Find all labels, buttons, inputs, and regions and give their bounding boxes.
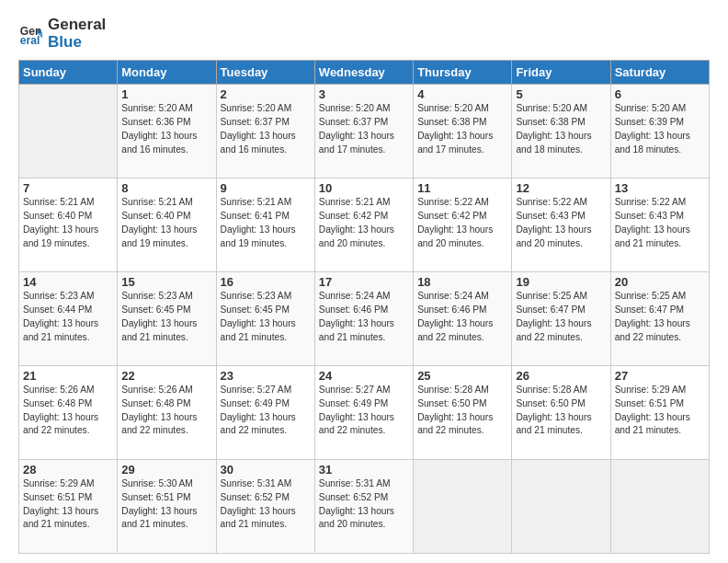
week-row-3: 21Sunrise: 5:26 AMSunset: 6:48 PMDayligh… <box>19 366 710 460</box>
logo-text: General Blue <box>48 17 106 51</box>
day-number: 13 <box>615 181 705 195</box>
day-number: 14 <box>23 275 113 289</box>
day-info-line: Sunset: 6:49 PM <box>221 398 290 408</box>
day-info-line: Sunrise: 5:28 AM <box>417 385 489 395</box>
day-info-line: Sunrise: 5:30 AM <box>121 478 193 488</box>
day-info-line: Sunrise: 5:26 AM <box>121 385 193 395</box>
week-row-0: 1Sunrise: 5:20 AMSunset: 6:36 PMDaylight… <box>19 85 710 178</box>
weekday-sunday: Sunday <box>19 61 118 85</box>
day-cell: 13Sunrise: 5:22 AMSunset: 6:43 PMDayligh… <box>610 178 709 272</box>
day-info-line: Sunrise: 5:21 AM <box>319 197 391 207</box>
day-info-line: Daylight: 13 hours <box>319 506 394 516</box>
day-cell: 12Sunrise: 5:22 AMSunset: 6:43 PMDayligh… <box>512 178 610 272</box>
day-info-line: Daylight: 13 hours <box>516 318 591 328</box>
day-number: 4 <box>417 87 507 101</box>
day-number: 5 <box>516 87 606 101</box>
day-info-line: Daylight: 13 hours <box>121 506 197 516</box>
day-info-line: Sunset: 6:45 PM <box>221 304 290 315</box>
day-info-line: and 20 minutes. <box>516 238 583 248</box>
day-info: Sunrise: 5:20 AMSunset: 6:37 PMDaylight:… <box>221 102 311 156</box>
day-cell <box>19 85 118 178</box>
day-info-line: and 20 minutes. <box>319 519 386 529</box>
day-info-line: Sunset: 6:47 PM <box>615 304 684 315</box>
day-info-line: Sunrise: 5:31 AM <box>319 478 391 488</box>
day-info-line: Sunset: 6:44 PM <box>23 304 92 315</box>
day-cell: 31Sunrise: 5:31 AMSunset: 6:52 PMDayligh… <box>314 460 413 554</box>
day-info-line: Daylight: 13 hours <box>23 224 98 235</box>
day-info-line: Sunset: 6:50 PM <box>417 398 486 408</box>
day-cell: 3Sunrise: 5:20 AMSunset: 6:37 PMDaylight… <box>314 85 413 178</box>
day-number: 1 <box>121 87 211 101</box>
day-cell <box>512 460 610 554</box>
day-info-line: Daylight: 13 hours <box>319 318 394 328</box>
logo: Gen eral General Blue <box>18 17 106 51</box>
day-info-line: Sunset: 6:36 PM <box>121 117 190 127</box>
day-info-line: and 22 minutes. <box>221 425 288 435</box>
day-info-line: Sunset: 6:37 PM <box>319 117 388 127</box>
day-info-line: and 21 minutes. <box>615 238 682 248</box>
day-info: Sunrise: 5:20 AMSunset: 6:38 PMDaylight:… <box>417 102 507 156</box>
day-info-line: Sunset: 6:52 PM <box>319 492 388 502</box>
day-info-line: and 21 minutes. <box>121 519 188 529</box>
day-info-line: and 21 minutes. <box>516 425 583 435</box>
day-info-line: Sunrise: 5:23 AM <box>121 291 193 301</box>
day-number: 21 <box>23 369 113 383</box>
day-cell: 30Sunrise: 5:31 AMSunset: 6:52 PMDayligh… <box>216 460 314 554</box>
day-info: Sunrise: 5:31 AMSunset: 6:52 PMDaylight:… <box>221 477 311 532</box>
day-number: 26 <box>516 369 606 383</box>
day-info-line: Sunrise: 5:21 AM <box>221 197 292 207</box>
svg-text:eral: eral <box>20 34 40 47</box>
day-info-line: Sunrise: 5:23 AM <box>23 291 95 301</box>
day-info: Sunrise: 5:20 AMSunset: 6:36 PMDaylight:… <box>121 102 211 156</box>
day-info: Sunrise: 5:22 AMSunset: 6:43 PMDaylight:… <box>516 196 606 250</box>
calendar-body: 1Sunrise: 5:20 AMSunset: 6:36 PMDaylight… <box>19 85 710 554</box>
day-number: 18 <box>417 275 507 289</box>
day-cell <box>414 460 512 554</box>
day-info: Sunrise: 5:26 AMSunset: 6:48 PMDaylight:… <box>23 384 113 438</box>
day-info-line: and 18 minutes. <box>516 144 583 155</box>
day-info-line: Sunrise: 5:23 AM <box>221 291 292 301</box>
day-info-line: Sunrise: 5:20 AM <box>516 103 587 113</box>
day-info-line: Daylight: 13 hours <box>417 131 493 141</box>
day-info-line: Sunrise: 5:20 AM <box>121 103 193 113</box>
day-info: Sunrise: 5:20 AMSunset: 6:39 PMDaylight:… <box>615 102 705 156</box>
day-info-line: Sunrise: 5:20 AM <box>417 103 489 113</box>
day-info-line: Sunset: 6:46 PM <box>319 304 388 315</box>
day-info-line: Sunset: 6:39 PM <box>615 117 684 127</box>
day-info-line: Daylight: 13 hours <box>221 224 296 235</box>
day-cell: 18Sunrise: 5:24 AMSunset: 6:46 PMDayligh… <box>414 272 512 366</box>
day-cell: 16Sunrise: 5:23 AMSunset: 6:45 PMDayligh… <box>216 272 314 366</box>
day-info-line: and 19 minutes. <box>221 238 288 248</box>
day-number: 10 <box>319 181 409 195</box>
day-cell: 4Sunrise: 5:20 AMSunset: 6:38 PMDaylight… <box>414 85 512 178</box>
day-info: Sunrise: 5:20 AMSunset: 6:38 PMDaylight:… <box>516 102 606 156</box>
day-info: Sunrise: 5:26 AMSunset: 6:48 PMDaylight:… <box>121 384 211 438</box>
day-info: Sunrise: 5:22 AMSunset: 6:43 PMDaylight:… <box>615 196 705 250</box>
day-cell: 29Sunrise: 5:30 AMSunset: 6:51 PMDayligh… <box>118 460 216 554</box>
day-cell: 19Sunrise: 5:25 AMSunset: 6:47 PMDayligh… <box>512 272 610 366</box>
day-info-line: Sunset: 6:38 PM <box>417 117 486 127</box>
day-info: Sunrise: 5:20 AMSunset: 6:37 PMDaylight:… <box>319 102 409 156</box>
day-number: 31 <box>319 463 409 477</box>
day-info-line: and 19 minutes. <box>23 238 90 248</box>
day-info-line: Daylight: 13 hours <box>221 131 296 141</box>
day-info-line: Daylight: 13 hours <box>121 412 197 422</box>
day-info: Sunrise: 5:29 AMSunset: 6:51 PMDaylight:… <box>23 477 113 532</box>
day-cell: 8Sunrise: 5:21 AMSunset: 6:40 PMDaylight… <box>118 178 216 272</box>
day-info: Sunrise: 5:21 AMSunset: 6:42 PMDaylight:… <box>319 196 409 250</box>
day-info-line: Sunset: 6:48 PM <box>23 398 92 408</box>
day-number: 12 <box>516 181 606 195</box>
day-info-line: Sunset: 6:41 PM <box>221 211 290 221</box>
day-info-line: Daylight: 13 hours <box>417 318 493 328</box>
day-info-line: and 21 minutes. <box>23 519 90 529</box>
day-info-line: Sunrise: 5:31 AM <box>221 478 292 488</box>
week-row-4: 28Sunrise: 5:29 AMSunset: 6:51 PMDayligh… <box>19 460 710 554</box>
day-cell: 5Sunrise: 5:20 AMSunset: 6:38 PMDaylight… <box>512 85 610 178</box>
day-info-line: Sunset: 6:40 PM <box>121 211 190 221</box>
day-info-line: Daylight: 13 hours <box>516 131 591 141</box>
day-info-line: and 21 minutes. <box>319 332 386 342</box>
weekday-saturday: Saturday <box>610 61 709 85</box>
day-info-line: and 21 minutes. <box>615 425 682 435</box>
day-number: 19 <box>516 275 606 289</box>
calendar-page: Gen eral General Blue SundayMondayTuesda… <box>0 0 728 563</box>
